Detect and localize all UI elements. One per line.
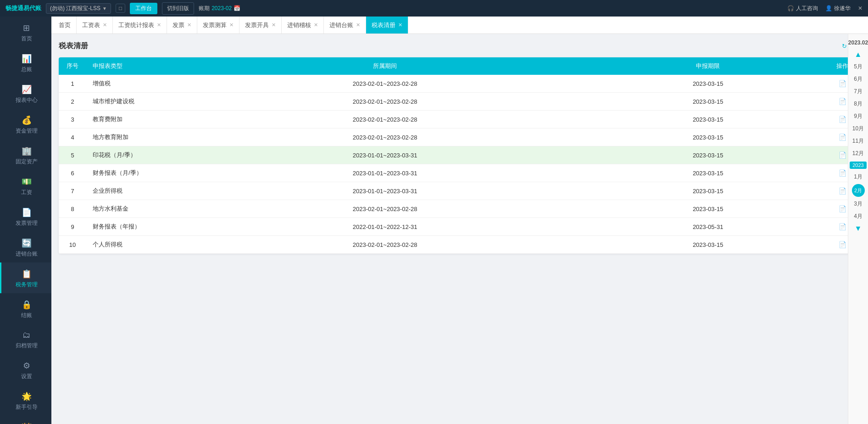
tab-invoice[interactable]: 发票 ✕ <box>167 17 197 34</box>
switch-version-button[interactable]: 切到旧版 <box>162 2 194 15</box>
tab-close-icon[interactable]: ✕ <box>272 22 276 28</box>
sidebar-item-archive[interactable]: 🗂 归档管理 <box>0 324 51 354</box>
cell-period: 2023-01-01~2023-03-31 <box>178 182 592 200</box>
timeline-month-9[interactable]: 9月 <box>848 110 868 123</box>
calendar-icon[interactable]: 📅 <box>234 5 240 11</box>
company-name: (勿动) 江西报宝-LSS <box>50 5 100 12</box>
table-row[interactable]: 4 地方教育附加 2023-02-01~2023-02-28 2023-03-1… <box>59 128 861 146</box>
view-doc-icon[interactable]: 📄 <box>839 169 846 177</box>
table-row[interactable]: 3 教育费附加 2023-02-01~2023-02-28 2023-03-15… <box>59 111 861 128</box>
timeline-up-icon[interactable]: ▲ <box>853 49 864 61</box>
view-doc-icon[interactable]: 📄 <box>839 116 846 123</box>
table-row[interactable]: 8 地方水利基金 2023-02-01~2023-02-28 2023-03-1… <box>59 200 861 218</box>
table-row[interactable]: 5 印花税（月/季） 2023-01-01~2023-03-31 2023-03… <box>59 146 861 164</box>
timeline-month-5[interactable]: 5月 <box>848 61 868 73</box>
col-deadline: 申报期限 <box>592 57 824 75</box>
workspace-button[interactable]: 工作台 <box>130 3 157 14</box>
tab-purchase-ledger[interactable]: 进销台账 ✕ <box>324 17 366 34</box>
view-doc-icon[interactable]: 📄 <box>839 205 846 212</box>
tab-close-icon[interactable]: ✕ <box>314 22 318 28</box>
invoice-mgmt-icon: 📄 <box>22 207 32 218</box>
sidebar-item-label: 税务管理 <box>16 281 38 289</box>
timeline-month-12[interactable]: 12月 <box>848 147 868 160</box>
sidebar-item-purchase-sales[interactable]: 🔄 进销台账 <box>0 232 51 262</box>
user-info[interactable]: 👤 徐遂华 <box>825 5 851 12</box>
tab-tax-list[interactable]: 税表清册 ✕ <box>366 17 408 34</box>
table-row[interactable]: 9 财务报表（年报） 2022-01-01~2022-12-31 2023-05… <box>59 218 861 236</box>
guide-icon: 🌟 <box>22 391 32 402</box>
table-row[interactable]: 7 企业所得税 2023-01-01~2023-03-31 2023-03-15… <box>59 182 861 200</box>
page-header: 税表清册 ↻ 刷新 <box>59 41 861 51</box>
sidebar-item-reports[interactable]: 📈 报表中心 <box>0 78 51 109</box>
headphone-icon: 🎧 <box>787 5 794 11</box>
cell-period: 2023-01-01~2023-03-31 <box>178 164 592 182</box>
sidebar-item-member[interactable]: 👑 畅会员 <box>0 416 51 424</box>
view-doc-icon[interactable]: 📄 <box>839 241 846 248</box>
table-row[interactable]: 10 个人所得税 2023-02-01~2023-02-28 2023-03-1… <box>59 236 861 254</box>
timeline-month-2[interactable]: 2月 <box>852 184 865 197</box>
timeline-month-4[interactable]: 4月 <box>848 210 868 223</box>
sidebar-item-ledger[interactable]: 📊 总账 <box>0 47 51 78</box>
timeline-month-6[interactable]: 6月 <box>848 73 868 85</box>
cell-seq: 3 <box>59 111 86 128</box>
copy-button[interactable]: □ <box>116 4 125 13</box>
tab-bar: 首页 工资表 ✕ 工资统计报表 ✕ 发票 ✕ 发票测算 ✕ 发票开具 ✕ <box>51 17 868 34</box>
tab-close-icon[interactable]: ✕ <box>229 22 234 28</box>
col-period: 所属期间 <box>178 57 592 75</box>
sidebar-item-label: 归档管理 <box>16 342 38 350</box>
sidebar-item-label: 资金管理 <box>16 127 38 135</box>
tab-invoice-open[interactable]: 发票开具 ✕ <box>239 17 282 34</box>
tab-close-icon[interactable]: ✕ <box>398 22 402 28</box>
cell-type: 城市维护建设税 <box>86 93 178 111</box>
timeline-month-1[interactable]: 1月 <box>848 171 868 183</box>
view-doc-icon[interactable]: 📄 <box>839 80 846 87</box>
tab-close-icon[interactable]: ✕ <box>103 22 107 28</box>
tab-close-icon[interactable]: ✕ <box>356 22 360 28</box>
sidebar-item-salary[interactable]: 💵 工资 <box>0 170 51 201</box>
cell-deadline: 2023-03-15 <box>592 128 824 146</box>
view-doc-icon[interactable]: 📄 <box>839 223 846 230</box>
tab-close-icon[interactable]: ✕ <box>187 22 191 28</box>
chevron-down-icon: ▼ <box>102 6 107 11</box>
sidebar-item-funds[interactable]: 💰 资金管理 <box>0 109 51 139</box>
timeline-month-10[interactable]: 10月 <box>848 123 868 135</box>
closing-icon: 🔒 <box>22 300 32 310</box>
view-doc-icon[interactable]: 📄 <box>839 187 846 195</box>
tab-salary-stats[interactable]: 工资统计报表 ✕ <box>113 17 167 34</box>
tab-purchase-audit[interactable]: 进销稽核 ✕ <box>282 17 324 34</box>
sidebar-item-closing[interactable]: 🔒 结账 <box>0 293 51 324</box>
timeline-month-7[interactable]: 7月 <box>848 85 868 98</box>
timeline-month-11[interactable]: 11月 <box>848 135 868 147</box>
cell-type: 增值税 <box>86 75 178 93</box>
sidebar-item-label: 进销台账 <box>16 250 38 258</box>
support-button[interactable]: 🎧 人工咨询 <box>787 5 818 12</box>
tab-invoice-calc[interactable]: 发票测算 ✕ <box>197 17 239 34</box>
timeline-month-8[interactable]: 8月 <box>848 98 868 110</box>
tab-home[interactable]: 首页 <box>53 17 77 34</box>
sidebar-item-settings[interactable]: ⚙ 设置 <box>0 354 51 385</box>
close-window-icon[interactable]: ✕ <box>858 5 862 11</box>
sidebar-item-label: 报表中心 <box>16 96 38 104</box>
table-row[interactable]: 2 城市维护建设税 2023-02-01~2023-02-28 2023-03-… <box>59 93 861 111</box>
timeline-down-icon[interactable]: ▼ <box>853 223 864 234</box>
view-doc-icon[interactable]: 📄 <box>839 134 846 141</box>
tab-close-icon[interactable]: ✕ <box>157 22 161 28</box>
user-avatar-icon: 👤 <box>825 5 832 11</box>
tab-salary-table[interactable]: 工资表 ✕ <box>77 17 113 34</box>
timeline-month-3[interactable]: 3月 <box>848 198 868 210</box>
sidebar-item-invoice-mgmt[interactable]: 📄 发票管理 <box>0 201 51 232</box>
sidebar-item-guide[interactable]: 🌟 新手引导 <box>0 385 51 416</box>
sidebar-item-tax-mgmt[interactable]: 📋 税务管理 <box>0 262 51 293</box>
table-row[interactable]: 6 财务报表（月/季） 2023-01-01~2023-03-31 2023-0… <box>59 164 861 182</box>
top-bar: 畅捷通易代账 (勿动) 江西报宝-LSS ▼ □ 工作台 切到旧版 账期 202… <box>0 0 868 17</box>
tax-table: 序号 申报表类型 所属期间 申报期限 操作 1 增值税 2023-02-01~2… <box>59 57 861 254</box>
cell-seq: 5 <box>59 146 86 164</box>
sidebar-item-home[interactable]: ⊞ 首页 <box>0 17 51 47</box>
view-doc-icon[interactable]: 📄 <box>839 98 846 105</box>
page-content: 税表清册 ↻ 刷新 序号 申报表类型 所属期间 申报期限 操作 <box>51 34 868 424</box>
company-selector[interactable]: (勿动) 江西报宝-LSS ▼ <box>46 3 111 14</box>
side-timeline: 2023.02 ▲ 5月 6月 7月 8月 9月 10月 11月 12月 202… <box>848 34 868 424</box>
sidebar-item-fixed-assets[interactable]: 🏢 固定资产 <box>0 139 51 170</box>
table-row[interactable]: 1 增值税 2023-02-01~2023-02-28 2023-03-15 📄 <box>59 75 861 93</box>
view-doc-icon[interactable]: 📄 <box>839 151 846 159</box>
